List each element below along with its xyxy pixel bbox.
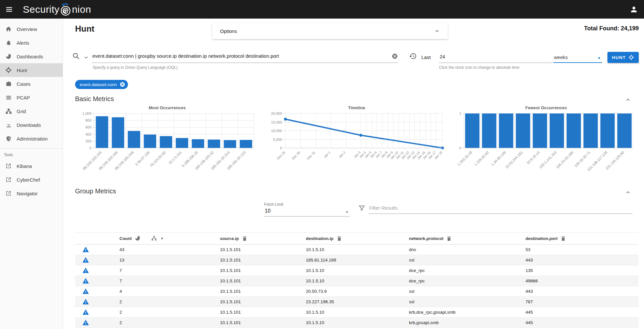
relative-time-toggle[interactable] — [409, 52, 417, 60]
cell-network-protocol[interactable]: dce_rpc — [409, 265, 526, 276]
cell-destination-ip[interactable]: 23.227.196.35 — [306, 297, 409, 307]
cell-destination-port[interactable]: 135 — [526, 265, 638, 276]
table-row[interactable]: 210.1.5.10110.1.5.10krb,dce_rpc,gssapi,s… — [75, 307, 638, 318]
cell-network-protocol[interactable]: ssl — [409, 297, 526, 307]
cell-destination-port[interactable]: 49666 — [526, 276, 638, 286]
cell-destination-port[interactable]: 787 — [526, 297, 638, 307]
cell-source-ip[interactable]: 10.1.5.101 — [220, 265, 306, 276]
table-row[interactable]: 410.1.5.10120.50.73.9ssl443 — [75, 286, 638, 297]
warning-icon[interactable] — [82, 246, 89, 253]
column-destination-port[interactable]: destination.port — [526, 232, 638, 245]
user-menu-button[interactable] — [630, 5, 638, 14]
sidebar-item-alerts[interactable]: Alerts — [0, 36, 63, 50]
time-unit-select[interactable]: weeks ▼ — [553, 51, 602, 63]
column-destination-ip[interactable]: destination.ip — [306, 232, 409, 245]
chevron-down-icon — [84, 55, 88, 60]
clear-query-button[interactable] — [392, 53, 398, 59]
cell-count[interactable]: 4 — [119, 286, 220, 297]
cell-destination-ip[interactable]: 10.1.5.10 — [306, 318, 409, 328]
table-row[interactable]: 210.1.5.10110.1.5.10krb,gssapi,smb445 — [75, 318, 638, 328]
warning-icon[interactable] — [82, 267, 89, 274]
cell-count[interactable]: 2 — [119, 318, 220, 328]
warning-icon[interactable] — [82, 298, 89, 305]
sidebar-item-downloads[interactable]: Downloads — [0, 118, 63, 132]
query-input[interactable] — [92, 53, 392, 61]
sidebar-item-pcap[interactable]: PCAP — [0, 91, 63, 104]
cell-source-ip[interactable]: 10.1.5.101 — [220, 276, 306, 286]
sidebar-item-grid[interactable]: Grid — [0, 104, 63, 118]
warning-icon[interactable] — [82, 277, 89, 284]
filter-chip[interactable]: event.dataset:conn — [75, 80, 128, 89]
dropdown-arrow-icon[interactable]: ▼ — [161, 237, 164, 240]
cell-count[interactable]: 2 — [119, 297, 220, 307]
cell-network-protocol[interactable]: dns — [409, 245, 526, 255]
fetch-limit-select[interactable]: 10 ▼ — [264, 207, 350, 217]
cell-source-ip[interactable]: 10.1.5.101 — [220, 307, 306, 318]
cell-network-protocol[interactable]: dce_rpc — [409, 276, 526, 286]
query-history-toggle[interactable] — [84, 55, 88, 60]
warning-icon[interactable] — [82, 288, 89, 295]
cell-count[interactable]: 13 — [119, 255, 220, 265]
svg-text:79.124.62.90: 79.124.62.90 — [149, 150, 166, 168]
sidebar-item-overview[interactable]: Overview — [0, 22, 63, 36]
cell-network-protocol[interactable]: ssl — [409, 286, 526, 297]
menu-toggle-button[interactable] — [0, 6, 18, 13]
sidebar-item-navigator[interactable]: Navigator — [0, 187, 63, 200]
table-row[interactable]: 4310.1.5.10110.1.5.10dns53 — [75, 245, 638, 255]
column-source-ip[interactable]: source.ip — [220, 232, 306, 245]
cell-network-protocol[interactable]: krb,dce_rpc,gssapi,smb — [409, 307, 526, 318]
sidebar-item-administration[interactable]: Administration — [0, 132, 63, 145]
cell-count[interactable]: 7 — [119, 265, 220, 276]
cell-destination-ip[interactable]: 10.1.5.10 — [306, 245, 409, 255]
cell-source-ip[interactable]: 10.1.5.101 — [220, 318, 306, 328]
warning-icon[interactable] — [82, 257, 89, 263]
cell-count[interactable]: 2 — [119, 307, 220, 318]
trash-icon[interactable] — [560, 236, 566, 241]
cell-destination-ip[interactable]: 10.1.5.10 — [306, 307, 409, 318]
cell-destination-port[interactable]: 445 — [526, 318, 638, 328]
filter-results-input[interactable] — [369, 203, 633, 214]
cell-count[interactable]: 43 — [119, 245, 220, 255]
cell-source-ip[interactable]: 10.1.5.101 — [220, 255, 306, 265]
sidebar-item-cyberchef[interactable]: CyberChef — [0, 173, 63, 187]
cell-destination-port[interactable]: 53 — [526, 245, 638, 255]
cell-destination-ip[interactable]: 10.1.5.10 — [306, 265, 409, 276]
sidebar-item-kibana[interactable]: Kibana — [0, 159, 63, 173]
cell-source-ip[interactable]: 10.1.5.101 — [220, 245, 306, 255]
pie-chart-icon[interactable] — [135, 235, 141, 241]
table-row[interactable]: 210.1.5.10123.227.196.35ssl787 — [75, 297, 638, 307]
chip-close-icon[interactable] — [119, 82, 125, 87]
options-panel[interactable]: Options — [212, 23, 448, 39]
hunt-button[interactable]: HUNT — [607, 52, 639, 63]
basic-metrics-collapse-button[interactable] — [625, 97, 631, 103]
table-row[interactable]: 1310.1.5.101185.81.114.189ssl443 — [75, 255, 638, 265]
cell-destination-port[interactable]: 443 — [526, 286, 638, 297]
cell-destination-ip[interactable]: 10.1.5.10 — [306, 276, 409, 286]
cell-network-protocol[interactable]: krb,gssapi,smb — [409, 318, 526, 328]
sitemap-icon[interactable] — [151, 235, 157, 241]
search-button[interactable] — [72, 52, 80, 60]
trash-icon[interactable] — [337, 236, 342, 241]
cell-destination-ip[interactable]: 20.50.73.9 — [306, 286, 409, 297]
cell-destination-port[interactable]: 443 — [526, 255, 638, 265]
cell-destination-port[interactable]: 445 — [526, 307, 638, 318]
table-row[interactable]: 710.1.5.10110.1.5.10dce_rpc135 — [75, 265, 638, 276]
duration-input[interactable] — [439, 51, 552, 61]
column-network-protocol[interactable]: network.protocol — [409, 232, 526, 245]
trash-icon[interactable] — [446, 236, 452, 241]
cell-network-protocol[interactable]: ssl — [409, 255, 526, 265]
cell-source-ip[interactable]: 10.1.5.101 — [220, 286, 306, 297]
table-row[interactable]: 710.1.5.10110.1.5.10dce_rpc49666 — [75, 276, 638, 286]
cell-source-ip[interactable]: 10.1.5.101 — [220, 297, 306, 307]
sidebar-item-cases[interactable]: Cases — [0, 77, 63, 91]
column-count[interactable]: Count ▼ — [119, 232, 220, 245]
cell-count[interactable]: 7 — [119, 276, 220, 286]
group-metrics-collapse-button[interactable] — [625, 189, 631, 195]
warning-icon[interactable] — [82, 309, 89, 316]
sidebar-item-dashboards[interactable]: Dashboards — [0, 50, 63, 63]
trash-icon[interactable] — [242, 236, 247, 241]
history-clock-icon — [409, 52, 417, 60]
warning-icon[interactable] — [82, 319, 89, 326]
cell-destination-ip[interactable]: 185.81.114.189 — [306, 255, 409, 265]
sidebar-item-hunt[interactable]: Hunt — [0, 63, 63, 77]
